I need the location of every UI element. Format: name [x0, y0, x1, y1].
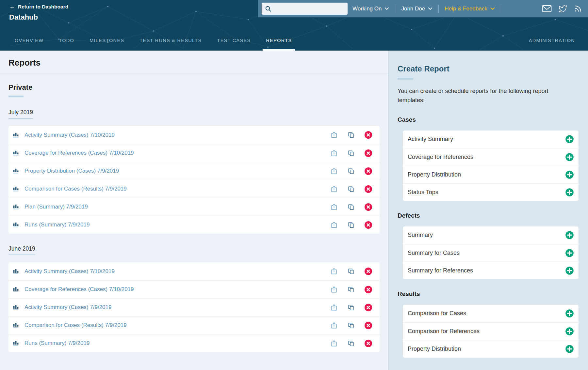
delete-report-button[interactable] — [364, 267, 372, 275]
delete-report-button[interactable] — [364, 285, 372, 294]
copy-report-button[interactable] — [347, 322, 355, 329]
delete-report-button[interactable] — [364, 167, 372, 175]
export-report-button[interactable] — [330, 322, 338, 329]
search-box — [262, 3, 348, 15]
report-link[interactable]: Plan (Summary) 7/9/2019 — [24, 204, 330, 210]
copy-report-button[interactable] — [347, 131, 355, 139]
copy-icon — [347, 167, 355, 175]
tab-test-runs-results[interactable]: TEST RUNS & RESULTS — [136, 38, 205, 51]
template-section: CasesActivity SummaryCoverage for Refere… — [398, 116, 578, 201]
add-report-button[interactable] — [565, 345, 574, 353]
twitter-button[interactable] — [559, 5, 567, 13]
plus-circle-icon — [565, 345, 574, 353]
report-link[interactable]: Activity Summary (Cases) 7/10/2019 — [24, 132, 330, 138]
tab-todo[interactable]: TODO — [56, 38, 77, 51]
delete-report-button[interactable] — [364, 303, 372, 312]
copy-icon — [347, 221, 355, 229]
report-link[interactable]: Runs (Summary) 7/9/2019 — [24, 340, 330, 347]
report-groups: July 2019Activity Summary (Cases) 7/10/2… — [8, 97, 380, 352]
export-report-button[interactable] — [330, 221, 338, 229]
export-report-button[interactable] — [330, 167, 338, 175]
copy-icon — [347, 131, 355, 139]
mail-button[interactable] — [542, 5, 552, 12]
report-row: Runs (Summary) 7/9/2019 — [8, 216, 380, 234]
delete-report-button[interactable] — [364, 131, 372, 139]
copy-report-button[interactable] — [347, 304, 355, 311]
delete-report-button[interactable] — [364, 185, 372, 193]
export-report-button[interactable] — [330, 185, 338, 193]
export-report-button[interactable] — [330, 340, 338, 347]
delete-report-button[interactable] — [364, 321, 372, 330]
add-report-button[interactable] — [565, 188, 574, 197]
add-report-button[interactable] — [565, 231, 574, 239]
report-row: Coverage for References (Cases) 7/10/201… — [8, 144, 380, 162]
add-report-button[interactable] — [565, 153, 574, 162]
report-link[interactable]: Coverage for References (Cases) 7/10/201… — [24, 286, 330, 293]
export-report-button[interactable] — [330, 268, 338, 275]
delete-report-button[interactable] — [364, 221, 372, 229]
add-report-button[interactable] — [565, 170, 574, 179]
tab-administration[interactable]: ADMINISTRATION — [526, 38, 578, 51]
tab-milestones[interactable]: MILESTONES — [86, 38, 127, 51]
export-report-button[interactable] — [330, 286, 338, 293]
copy-icon — [347, 340, 355, 347]
tab-test-cases[interactable]: TEST CASES — [214, 38, 254, 51]
template-row: Status Tops — [403, 183, 579, 201]
export-report-button[interactable] — [330, 131, 338, 139]
report-row-actions — [330, 303, 372, 312]
report-link[interactable]: Coverage for References (Cases) 7/10/201… — [24, 150, 330, 156]
add-report-button[interactable] — [565, 327, 574, 336]
copy-report-button[interactable] — [347, 286, 355, 293]
share-icon — [330, 304, 338, 311]
tab-overview[interactable]: OVERVIEW — [11, 38, 47, 51]
report-row: Activity Summary (Cases) 7/10/2019 — [8, 262, 380, 280]
template-section: ResultsComparison for CasesComparison fo… — [398, 290, 578, 358]
copy-report-button[interactable] — [347, 268, 355, 275]
add-report-button[interactable] — [565, 135, 574, 144]
copy-report-button[interactable] — [347, 221, 355, 229]
delete-x-icon — [364, 131, 372, 139]
working-on-label: Working On — [352, 6, 382, 12]
copy-report-button[interactable] — [347, 203, 355, 211]
delete-report-button[interactable] — [364, 149, 372, 157]
search-input[interactable] — [274, 6, 344, 12]
copy-report-button[interactable] — [347, 167, 355, 175]
plus-circle-icon — [565, 135, 574, 144]
return-to-dashboard-link[interactable]: ← Return to Dashboard — [9, 4, 68, 10]
working-on-dropdown[interactable]: Working On — [352, 6, 389, 12]
template-label: Property Distribution — [408, 171, 565, 178]
delete-report-button[interactable] — [364, 339, 372, 347]
template-label: Property Distribution — [408, 346, 565, 352]
report-row: Comparison for Cases (Results) 7/9/2019 — [8, 316, 380, 334]
add-report-button[interactable] — [565, 266, 574, 275]
copy-icon — [347, 268, 355, 275]
help-feedback-dropdown[interactable]: Help & Feedback — [445, 6, 495, 12]
report-link[interactable]: Activity Summary (Cases) 7/10/2019 — [24, 268, 330, 275]
report-link[interactable]: Activity Summary (Cases) 7/9/2019 — [24, 304, 330, 311]
export-report-button[interactable] — [330, 203, 338, 211]
add-report-button[interactable] — [565, 249, 574, 257]
twitter-bird-icon — [559, 5, 567, 13]
bar-chart-icon — [13, 186, 19, 192]
export-report-button[interactable] — [330, 304, 338, 311]
rss-button[interactable] — [574, 5, 582, 13]
plus-circle-icon — [565, 327, 574, 336]
copy-report-button[interactable] — [347, 149, 355, 157]
copy-report-button[interactable] — [347, 185, 355, 193]
private-section-title: Private — [8, 83, 380, 92]
template-row: Summary for Cases — [403, 244, 579, 262]
copy-report-button[interactable] — [347, 340, 355, 347]
report-link[interactable]: Comparison for Cases (Results) 7/9/2019 — [24, 322, 330, 329]
report-link[interactable]: Property Distribution (Cases) 7/9/2019 — [24, 168, 330, 174]
tab-reports[interactable]: REPORTS — [263, 38, 295, 51]
add-report-button[interactable] — [565, 309, 574, 318]
bar-chart-icon — [13, 341, 19, 346]
delete-report-button[interactable] — [364, 203, 372, 211]
report-link[interactable]: Comparison for Cases (Results) 7/9/2019 — [24, 186, 330, 192]
toolbar-divider — [501, 5, 501, 13]
bar-chart-icon — [13, 287, 19, 292]
template-row: Property Distribution — [403, 340, 579, 358]
report-link[interactable]: Runs (Summary) 7/9/2019 — [24, 222, 330, 228]
user-menu-dropdown[interactable]: John Doe — [401, 6, 433, 12]
export-report-button[interactable] — [330, 149, 338, 157]
